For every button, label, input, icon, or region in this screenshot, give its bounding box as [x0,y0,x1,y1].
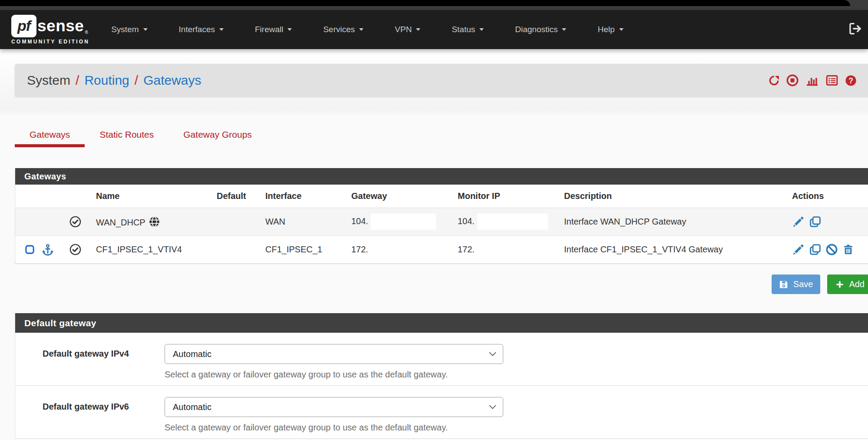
selected-option: Automatic [173,402,211,412]
breadcrumb-section: System [27,73,70,88]
help-icon[interactable]: ? [845,74,857,87]
breadcrumb-link-gateways[interactable]: Gateways [143,73,201,88]
save-icon [779,280,789,289]
save-button[interactable]: Save [772,275,821,294]
row-actions-cell [789,208,868,236]
caret-down-icon [143,28,148,31]
selected-option: Automatic [173,349,211,359]
caret-down-icon [562,28,566,31]
row-select-cell [15,208,63,236]
default-gateway-ipv6-select[interactable]: Automatic [165,397,503,417]
nav-system-label: System [111,25,139,34]
caret-down-icon [219,28,224,31]
nav-interfaces[interactable]: Interfaces [179,25,224,34]
tab-static-routes[interactable]: Static Routes [85,125,168,147]
default-gateway-ipv6-label: Default gateway IPv6 [43,397,165,433]
chevron-down-icon [489,352,496,356]
nav-help-label: Help [597,25,614,34]
nav-vpn-label: VPN [395,25,412,34]
field-help-text: Select a gateway or failover gateway gro… [165,370,503,380]
gateway-default-cell [213,236,262,264]
globe-icon [149,216,160,228]
table-header-row: Name Default Interface Gateway Monitor I… [15,185,868,208]
nav-diagnostics[interactable]: Diagnostics [515,25,566,34]
breadcrumb-separator: / [135,73,138,88]
community-edition-label: COMMUNITY EDITION [11,39,89,45]
nav-status-label: Status [452,25,475,34]
check-circle-icon [69,243,82,256]
anchor-icon [41,243,54,256]
nav-help[interactable]: Help [597,25,623,34]
default-gateway-ipv4-row: Default gateway IPv4 Automatic Select a … [15,333,868,385]
gateway-description-cell: Interface CF1_IPSEC_1_VTIV4 Gateway [561,236,789,264]
monitor-ip: 104. [458,216,475,226]
nav-system[interactable]: System [111,25,147,34]
breadcrumb-separator: / [76,73,79,88]
col-default: Default [213,185,262,208]
gateways-panel-title: Gateways [15,168,868,185]
stop-circle-icon[interactable] [786,74,799,87]
nav-interfaces-label: Interfaces [179,25,215,34]
col-actions: Actions [789,185,868,208]
monitor-ip: 172. [458,245,475,254]
tab-gateway-groups[interactable]: Gateway Groups [168,125,267,147]
nav-services[interactable]: Services [323,25,363,34]
nav-firewall[interactable]: Firewall [255,25,292,34]
col-gateway: Gateway [348,185,454,208]
delete-icon[interactable] [842,243,854,256]
table-actions: Save Add [0,275,868,294]
nav-vpn[interactable]: VPN [395,25,420,34]
gateway-name: WAN_DHCP [96,218,145,227]
table-row: WAN_DHCP WAN [15,208,868,236]
add-button[interactable]: Add [827,275,868,294]
caret-down-icon [416,28,420,31]
caret-down-icon [287,28,292,31]
add-button-label: Add [849,279,865,289]
edit-icon[interactable] [792,215,805,228]
sign-out-icon[interactable] [848,22,862,37]
row-select-cell [15,236,63,264]
tab-gateways[interactable]: Gateways [15,125,85,147]
gateway-status-cell [63,208,92,236]
gateway-name-cell: CF1_IPSEC_1_VTIV4 [92,236,213,264]
system-logs-icon[interactable] [825,74,838,87]
refresh-icon[interactable] [768,75,780,86]
gateway-address: 104. [351,216,368,226]
gateway-interface-cell: CF1_IPSEC_1 [262,236,348,264]
default-gateway-panel-title: Default gateway [15,313,868,333]
default-gateway-ipv4-select[interactable]: Automatic [165,344,503,364]
caret-down-icon [359,28,363,31]
gateway-default-cell [213,208,262,236]
checkbox-icon[interactable] [25,245,35,255]
gateway-name: CF1_IPSEC_1_VTIV4 [96,245,182,254]
col-select [15,185,63,208]
copy-icon[interactable] [809,215,822,228]
edit-icon[interactable] [792,243,805,256]
gateway-description-cell: Interface WAN_DHCP Gateway [561,208,789,236]
gateways-table: Name Default Interface Gateway Monitor I… [15,185,868,264]
tab-bar: Gateways Static Routes Gateway Groups [15,125,868,147]
pfsense-logo[interactable]: pf sense ® COMMUNITY EDITION [11,15,89,45]
nav-services-label: Services [323,25,355,34]
col-name: Name [92,185,213,208]
caret-down-icon [479,28,484,31]
disable-icon[interactable] [825,243,838,256]
row-actions-cell [789,236,868,264]
default-gateway-ipv4-label: Default gateway IPv4 [43,344,165,380]
copy-icon[interactable] [809,243,822,256]
svg-text:?: ? [848,76,853,85]
breadcrumb-link-routing[interactable]: Routing [84,73,129,88]
registered-mark: ® [85,30,88,35]
chevron-down-icon [489,405,496,409]
breadcrumb: System / Routing / Gateways [15,64,868,97]
table-row: CF1_IPSEC_1_VTIV4 CF1_IPSEC_1 172. 172. … [15,236,868,264]
breadcrumb-actions: ? [768,74,857,87]
sense-logo-text: sense [37,17,84,35]
nav-firewall-label: Firewall [255,25,283,34]
monitor-ip-cell: 104. [454,208,561,236]
bar-chart-icon[interactable] [805,74,819,87]
nav-menu: System Interfaces Firewall Services VPN … [111,25,623,34]
col-interface: Interface [262,185,348,208]
nav-status[interactable]: Status [452,25,484,34]
window-top-edge [0,0,850,6]
